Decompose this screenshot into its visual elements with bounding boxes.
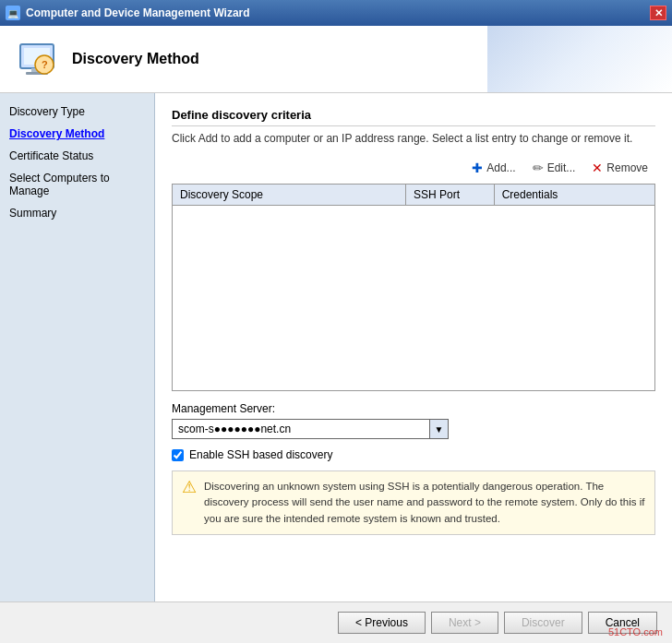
- add-icon: ✚: [472, 161, 483, 175]
- remove-button[interactable]: ✕ Remove: [584, 158, 655, 178]
- col-port-header: SSH Port: [406, 185, 495, 205]
- wizard-header: ? Discovery Method: [0, 26, 672, 93]
- server-dropdown: ▼: [172, 419, 655, 439]
- title-bar-title: Computer and Device Management Wizard: [26, 6, 650, 19]
- col-scope-header: Discovery Scope: [173, 185, 406, 205]
- wizard: ? Discovery Method Discovery Type Discov…: [0, 26, 672, 643]
- management-server-label: Management Server:: [172, 402, 655, 415]
- title-bar-icon: 💻: [6, 6, 20, 20]
- table-body[interactable]: [173, 206, 654, 390]
- table-header-row: Discovery Scope SSH Port Credentials: [173, 185, 654, 206]
- enable-ssh-row: Enable SSH based discovery: [172, 448, 655, 461]
- col-cred-header: Credentials: [495, 185, 654, 205]
- sidebar-item-discovery-type[interactable]: Discovery Type: [0, 101, 154, 123]
- add-button[interactable]: ✚ Add...: [464, 158, 522, 178]
- remove-label: Remove: [606, 161, 648, 174]
- warning-text: Discovering an unknown system using SSH …: [204, 479, 645, 527]
- edit-icon: ✏: [533, 161, 544, 175]
- edit-label: Edit...: [547, 161, 576, 174]
- enable-ssh-label[interactable]: Enable SSH based discovery: [189, 448, 332, 461]
- warning-icon: ⚠: [182, 479, 197, 495]
- header-bg: [487, 26, 672, 92]
- svg-text:?: ?: [42, 59, 48, 70]
- sidebar-item-certificate-status[interactable]: Certificate Status: [0, 145, 154, 167]
- wizard-header-title: Discovery Method: [72, 51, 199, 67]
- sidebar-item-summary[interactable]: Summary: [0, 202, 154, 224]
- watermark: 51CTO.com: [608, 626, 663, 637]
- wizard-footer: < Previous Next > Discover Cancel 51CTO.…: [0, 601, 672, 643]
- description-text: Click Add to add a computer or an IP add…: [172, 132, 655, 145]
- data-table-container: Discovery Scope SSH Port Credentials: [172, 184, 655, 391]
- wizard-body: Discovery Type Discovery Method Certific…: [0, 93, 672, 601]
- wizard-sidebar: Discovery Type Discovery Method Certific…: [0, 93, 155, 601]
- toolbar: ✚ Add... ✏ Edit... ✕ Remove: [172, 158, 655, 178]
- sidebar-item-select-computers[interactable]: Select Computers to Manage: [0, 167, 154, 202]
- wizard-main: Define discovery criteria Click Add to a…: [155, 93, 672, 601]
- remove-icon: ✕: [592, 161, 603, 175]
- title-bar: 💻 Computer and Device Management Wizard …: [0, 0, 672, 26]
- close-button[interactable]: ✕: [650, 6, 666, 20]
- server-input[interactable]: [172, 419, 430, 439]
- sidebar-item-discovery-method[interactable]: Discovery Method: [0, 123, 154, 145]
- discover-button[interactable]: Discover: [504, 612, 582, 634]
- warning-box: ⚠ Discovering an unknown system using SS…: [172, 470, 655, 535]
- add-label: Add...: [486, 161, 515, 174]
- next-button[interactable]: Next >: [431, 612, 498, 634]
- wizard-header-icon: ?: [15, 37, 59, 81]
- enable-ssh-checkbox[interactable]: [172, 449, 184, 461]
- dropdown-arrow[interactable]: ▼: [430, 419, 449, 439]
- edit-button[interactable]: ✏ Edit...: [525, 158, 583, 178]
- section-title: Define discovery criteria: [172, 108, 655, 126]
- previous-button[interactable]: < Previous: [338, 612, 426, 634]
